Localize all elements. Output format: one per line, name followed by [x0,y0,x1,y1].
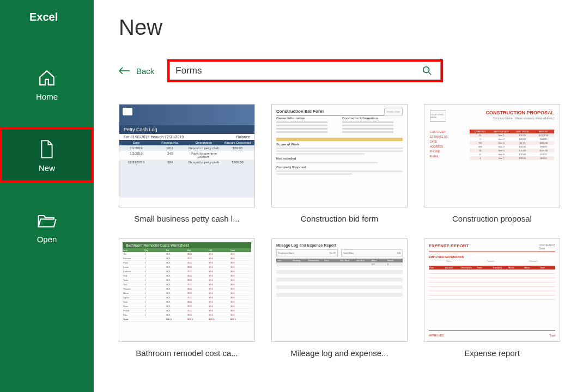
main-content: New Back Petty Cash Log For 01/01/2019 t… [94,0,577,392]
search-button[interactable] [420,66,435,76]
home-icon [37,68,57,88]
nav-new-label: New [39,163,55,173]
template-thumb: YOUR LOGO HERE CONSTRUCTION PROPOSAL Com… [424,104,560,207]
template-petty-cash[interactable]: Petty Cash Log For 01/01/2019 through 12… [119,104,255,223]
template-thumb: Bathroom Remodel Costs Worksheet ItemQty… [119,238,255,342]
nav-new[interactable]: New [0,127,94,182]
search-row: Back [119,59,557,82]
nav-open[interactable]: Open [0,199,94,254]
search-input[interactable] [175,65,420,76]
template-thumb: YOUR LOGO Construction Bid Form Owner In… [271,104,408,207]
template-thumb: Mileage Log and Expense Report Employee … [271,238,408,342]
new-file-icon [37,139,57,159]
template-label: Construction proposal [424,214,560,223]
arrow-left-icon [119,67,131,75]
nav-home[interactable]: Home [0,56,94,111]
search-box [169,62,441,80]
back-button[interactable]: Back [119,66,154,76]
template-grid: Petty Cash Log For 01/01/2019 through 12… [119,104,557,358]
template-thumb: Petty Cash Log For 01/01/2019 through 12… [119,104,255,207]
nav-open-label: Open [37,235,57,244]
back-label: Back [136,66,154,76]
template-label: Expense report [424,348,560,358]
template-label: Bathroom remodel cost ca... [119,348,255,358]
template-bathroom-remodel[interactable]: Bathroom Remodel Costs Worksheet ItemQty… [119,238,255,358]
svg-point-0 [423,67,429,73]
folder-open-icon [37,211,57,230]
page-title: New [119,15,557,40]
template-expense-report[interactable]: EXPENSE REPORT STATEMENTDate EMPLOYEE IN… [424,238,560,358]
template-label: Construction bid form [271,214,408,223]
template-construction-bid[interactable]: YOUR LOGO Construction Bid Form Owner In… [271,104,408,223]
template-label: Small business petty cash l... [119,214,255,223]
template-mileage-log[interactable]: Mileage Log and Expense Report Employee … [271,238,408,358]
nav-home-label: Home [36,92,58,101]
search-container [167,59,443,82]
template-construction-proposal[interactable]: YOUR LOGO HERE CONSTRUCTION PROPOSAL Com… [424,104,560,223]
template-label: Mileage log and expense... [271,348,408,358]
sidebar: Excel Home New Open [0,0,94,392]
template-thumb: EXPENSE REPORT STATEMENTDate EMPLOYEE IN… [424,238,560,342]
app-title: Excel [0,11,94,23]
